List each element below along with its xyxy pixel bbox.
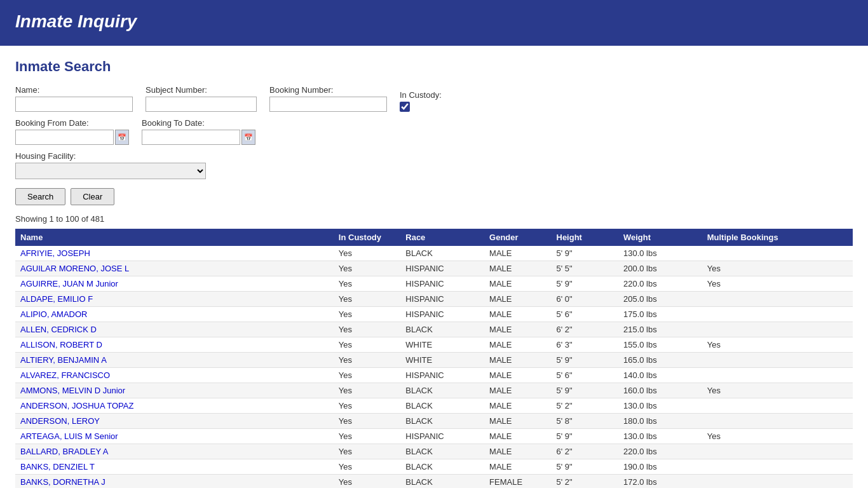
cell-race: BLACK xyxy=(400,398,484,414)
cell-height: 5' 5" xyxy=(552,261,618,276)
booking-from-input[interactable] xyxy=(15,130,114,145)
cell-gender: MALE xyxy=(484,429,551,444)
table-row: ALDAPE, EMILIO FYesHISPANICMALE6' 0"205.… xyxy=(15,292,853,307)
cell-custody: Yes xyxy=(334,429,400,444)
booking-to-input[interactable] xyxy=(142,130,240,145)
cell-height: 5' 9" xyxy=(552,246,618,261)
cell-height: 5' 9" xyxy=(552,383,618,398)
inmate-name-link[interactable]: ALIPIO, AMADOR xyxy=(20,309,87,319)
cell-gender: MALE xyxy=(484,444,551,459)
cell-custody: Yes xyxy=(334,353,400,368)
inmate-name-link[interactable]: AMMONS, MELVIN D Junior xyxy=(20,386,125,395)
cell-weight: 140.0 lbs xyxy=(618,368,702,383)
cell-custody: Yes xyxy=(334,459,400,475)
col-header-gender: Gender xyxy=(484,229,551,246)
cell-name: ALIPIO, AMADOR xyxy=(15,307,334,322)
cell-race: BLACK xyxy=(400,444,484,459)
cell-weight: 220.0 lbs xyxy=(618,276,702,292)
cell-race: BLACK xyxy=(400,459,484,475)
cell-custody: Yes xyxy=(334,383,400,398)
table-row: ANDERSON, LEROYYesBLACKMALE5' 8"180.0 lb… xyxy=(15,414,853,429)
cell-gender: MALE xyxy=(484,261,551,276)
table-row: BALLARD, BRADLEY AYesBLACKMALE6' 2"220.0… xyxy=(15,444,853,459)
booking-from-calendar-icon[interactable]: 📅 xyxy=(115,130,129,145)
housing-label: Housing Facility: xyxy=(15,151,853,161)
booking-label: Booking Number: xyxy=(269,85,387,95)
cell-height: 5' 8" xyxy=(552,414,618,429)
housing-select[interactable] xyxy=(15,163,206,179)
inmate-name-link[interactable]: ALLEN, CEDRICK D xyxy=(20,325,97,334)
table-row: BANKS, DORNETHA JYesBLACKFEMALE5' 2"172.… xyxy=(15,475,853,489)
name-input[interactable] xyxy=(15,97,133,112)
cell-race: WHITE xyxy=(400,353,484,368)
inmate-name-link[interactable]: ALLISON, ROBERT D xyxy=(20,340,102,349)
table-row: ALLEN, CEDRICK DYesBLACKMALE6' 2"215.0 l… xyxy=(15,322,853,337)
cell-name: ALVAREZ, FRANCISCO xyxy=(15,368,334,383)
cell-name: BANKS, DENZIEL T xyxy=(15,459,334,475)
cell-gender: FEMALE xyxy=(484,475,551,489)
name-label: Name: xyxy=(15,85,133,95)
col-header-weight: Weight xyxy=(618,229,702,246)
inmate-name-link[interactable]: ALDAPE, EMILIO F xyxy=(20,294,93,304)
cell-gender: MALE xyxy=(484,292,551,307)
cell-custody: Yes xyxy=(334,414,400,429)
cell-multiple xyxy=(702,353,853,368)
cell-multiple xyxy=(702,292,853,307)
cell-gender: MALE xyxy=(484,337,551,353)
cell-gender: MALE xyxy=(484,383,551,398)
col-header-race: Race xyxy=(400,229,484,246)
cell-weight: 130.0 lbs xyxy=(618,398,702,414)
inmate-name-link[interactable]: BANKS, DENZIEL T xyxy=(20,462,95,471)
inmate-name-link[interactable]: AGUILAR MORENO, JOSE L xyxy=(20,264,129,273)
table-row: AGUILAR MORENO, JOSE LYesHISPANICMALE5' … xyxy=(15,261,853,276)
cell-weight: 215.0 lbs xyxy=(618,322,702,337)
cell-custody: Yes xyxy=(334,322,400,337)
cell-name: ARTEAGA, LUIS M Senior xyxy=(15,429,334,444)
custody-checkbox[interactable] xyxy=(400,102,410,112)
cell-custody: Yes xyxy=(334,475,400,489)
inmate-name-link[interactable]: AGUIRRE, JUAN M Junior xyxy=(20,279,118,288)
cell-height: 6' 3" xyxy=(552,337,618,353)
inmate-name-link[interactable]: ALTIERY, BENJAMIN A xyxy=(20,355,107,365)
cell-multiple: Yes xyxy=(702,276,853,292)
cell-weight: 130.0 lbs xyxy=(618,246,702,261)
cell-custody: Yes xyxy=(334,368,400,383)
cell-custody: Yes xyxy=(334,337,400,353)
search-button[interactable]: Search xyxy=(15,188,65,205)
cell-name: BALLARD, BRADLEY A xyxy=(15,444,334,459)
inmate-name-link[interactable]: AFRIYIE, JOSEPH xyxy=(20,248,90,258)
cell-multiple xyxy=(702,444,853,459)
inmate-name-link[interactable]: BANKS, DORNETHA J xyxy=(20,477,105,487)
table-row: AMMONS, MELVIN D JuniorYesBLACKMALE5' 9"… xyxy=(15,383,853,398)
cell-name: ALLISON, ROBERT D xyxy=(15,337,334,353)
cell-height: 6' 0" xyxy=(552,292,618,307)
inmate-name-link[interactable]: BALLARD, BRADLEY A xyxy=(20,447,109,456)
cell-weight: 220.0 lbs xyxy=(618,444,702,459)
cell-name: ALTIERY, BENJAMIN A xyxy=(15,353,334,368)
cell-multiple xyxy=(702,475,853,489)
cell-weight: 200.0 lbs xyxy=(618,261,702,276)
cell-multiple: Yes xyxy=(702,261,853,276)
col-header-height: Height xyxy=(552,229,618,246)
subject-input[interactable] xyxy=(146,97,257,112)
inmate-name-link[interactable]: ANDERSON, LEROY xyxy=(20,416,100,426)
cell-gender: MALE xyxy=(484,246,551,261)
booking-number-input[interactable] xyxy=(269,97,387,112)
cell-gender: MALE xyxy=(484,459,551,475)
booking-to-calendar-icon[interactable]: 📅 xyxy=(241,130,255,145)
cell-weight: 160.0 lbs xyxy=(618,383,702,398)
subject-label: Subject Number: xyxy=(146,85,257,95)
cell-height: 5' 9" xyxy=(552,459,618,475)
inmate-name-link[interactable]: ALVAREZ, FRANCISCO xyxy=(20,370,110,380)
inmate-name-link[interactable]: ANDERSON, JOSHUA TOPAZ xyxy=(20,401,133,410)
cell-custody: Yes xyxy=(334,307,400,322)
cell-race: BLACK xyxy=(400,383,484,398)
cell-weight: 172.0 lbs xyxy=(618,475,702,489)
booking-to-label: Booking To Date: xyxy=(142,118,255,128)
cell-multiple xyxy=(702,398,853,414)
cell-multiple: Yes xyxy=(702,337,853,353)
clear-button[interactable]: Clear xyxy=(71,188,114,205)
col-header-name: Name xyxy=(15,229,334,246)
inmate-name-link[interactable]: ARTEAGA, LUIS M Senior xyxy=(20,431,118,441)
table-row: ARTEAGA, LUIS M SeniorYesHISPANICMALE5' … xyxy=(15,429,853,444)
